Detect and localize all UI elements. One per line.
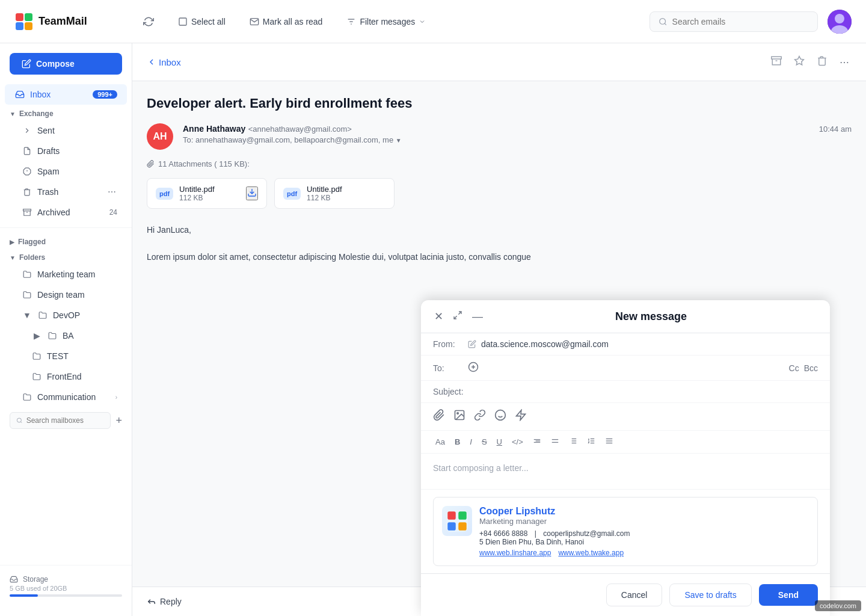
expand-recipients-button[interactable]: ▼ [396,137,402,144]
to-input[interactable] [484,363,784,373]
sidebar-item-trash[interactable]: Trash ⋯ [5,182,127,202]
sidebar-item-communication[interactable]: Communication › [5,387,127,407]
font-size-button[interactable]: Aa [433,436,447,448]
select-all-button[interactable]: Select all [172,13,232,30]
sidebar-item-devop[interactable]: ▼ DevOP [5,305,127,325]
indent-right-button[interactable] [548,436,562,448]
cc-button[interactable]: Cc [789,363,799,373]
compose-modal: ✕ — New message From: data.science.mosco… [421,300,830,616]
bullet-list-button[interactable] [567,436,580,448]
cancel-button[interactable]: Cancel [606,584,663,606]
underline-button[interactable]: U [494,436,505,448]
pdf-icon-1: pdf [156,188,173,200]
watermark: codelov.com [815,600,861,611]
strikethrough-button[interactable]: S [479,436,490,448]
sender-name: Anne Hathaway [183,124,245,134]
sidebar-item-frontend[interactable]: FrontEnd [5,366,127,387]
refresh-button[interactable] [137,13,160,31]
sidebar-storage: Storage 5 GB used of 20GB [0,565,132,606]
sidebar-item-test[interactable]: TEST [5,346,127,366]
paperclip-icon [147,160,155,168]
compose-minimize-button[interactable]: — [471,309,484,324]
svg-line-26 [454,316,457,319]
search-input[interactable] [672,17,809,26]
topbar-right [650,10,852,34]
add-recipient-button[interactable] [468,362,479,374]
app-name: TeamMail [38,15,87,28]
folder-communication-icon [22,392,32,402]
signature-logo [442,506,472,536]
numbered-list-button[interactable] [585,436,598,448]
exchange-section[interactable]: ▼ Exchange [0,105,132,120]
svg-rect-4 [25,22,32,30]
compose-close-button[interactable]: ✕ [433,309,444,324]
insert-image-button[interactable] [453,409,465,424]
mark-read-label: Mark all as read [263,17,323,26]
sidebar-item-inbox[interactable]: Inbox 999+ [5,84,127,105]
storage-bar [10,594,122,597]
compose-text-area[interactable]: Start composing a letter... [421,454,830,490]
folder-ba-icon [47,330,58,341]
code-button[interactable]: </> [509,436,526,448]
email-body: Hi JanLuca, Lorem ipsum dolor sit amet, … [147,223,852,263]
sidebar-item-ba[interactable]: ▶ BA [5,325,127,346]
send-button[interactable]: Send [759,584,818,606]
spam-label: Spam [37,167,60,176]
compose-expand-button[interactable] [452,309,464,324]
storage-icon [10,575,18,584]
flagged-section[interactable]: ▶ Flagged [0,233,132,248]
filter-button[interactable]: Filter mesages [340,13,432,30]
more-options-button[interactable]: ⋯ [837,54,852,70]
sidebar-item-marketing-team[interactable]: Marketing team [5,264,127,285]
delete-button[interactable] [814,53,830,71]
email-meta: AH Anne Hathaway <annehathaway@gmail.com… [147,123,852,150]
logo-icon [14,12,34,31]
more-format-button[interactable] [603,436,616,448]
sidebar-item-sent[interactable]: Sent [5,120,127,141]
search-mailboxes-input[interactable] [26,416,105,425]
compose-button[interactable]: Compose [10,53,122,75]
save-drafts-button[interactable]: Save to drafts [669,584,751,606]
insert-link-button[interactable] [474,409,486,424]
download-button-1[interactable] [246,186,258,200]
sidebar-item-drafts[interactable]: Drafts [5,141,127,161]
indent-left-button[interactable] [530,436,544,448]
signature-address: 5 Dien Bien Phu, Ba Dinh, Hanoi [479,538,809,546]
mark-read-button[interactable]: Mark all as read [244,13,329,30]
add-mailbox-button[interactable]: + [115,414,122,427]
bold-button[interactable]: B [452,436,462,448]
bcc-button[interactable]: Bcc [804,363,818,373]
sidebar-item-design-team[interactable]: Design team [5,285,127,305]
sidebar-item-archived[interactable]: Archived 24 [5,202,127,223]
reply-label: Reply [160,597,182,606]
folders-section[interactable]: ▼ Folders [0,248,132,264]
reply-button[interactable]: Reply [147,597,182,606]
app-logo: TeamMail [14,12,123,31]
signature-contact: +84 6666 8888 | cooperlipshutz@gmail.com [479,529,809,538]
attachment-card-1: pdf Untitle.pdf 112 KB [147,178,267,209]
cc-bcc-actions: Cc Bcc [789,363,818,373]
attach-file-button[interactable] [433,409,445,424]
sidebar-item-spam[interactable]: Spam [5,161,127,182]
test-label: TEST [47,351,69,361]
archive-button[interactable] [769,53,784,71]
italic-button[interactable]: I [467,436,474,448]
svg-rect-21 [772,57,782,59]
subject-input[interactable] [468,387,818,396]
storage-used: 5 GB used of 20GB [10,585,122,592]
signature-link-1[interactable]: www.web.linshare.app [479,549,551,557]
svg-rect-2 [25,13,32,21]
attachment-card-2: pdf Untitle.pdf 112 KB [274,178,395,209]
svg-rect-1 [16,13,23,21]
signature-link-2[interactable]: www.web.twake.app [558,549,624,557]
back-button[interactable]: Inbox [147,57,181,67]
email-greeting: Hi JanLuca, [147,223,852,236]
email-panel: Inbox ⋯ Developer alert. Early bird enro… [132,43,866,616]
svg-point-9 [660,18,666,24]
email-time: 10:44 am [819,125,852,134]
ai-assist-button[interactable] [515,409,527,424]
search-bar[interactable] [650,11,818,32]
star-button[interactable] [791,53,807,71]
insert-emoji-button[interactable] [494,409,506,424]
email-header-right: ⋯ [769,53,852,71]
